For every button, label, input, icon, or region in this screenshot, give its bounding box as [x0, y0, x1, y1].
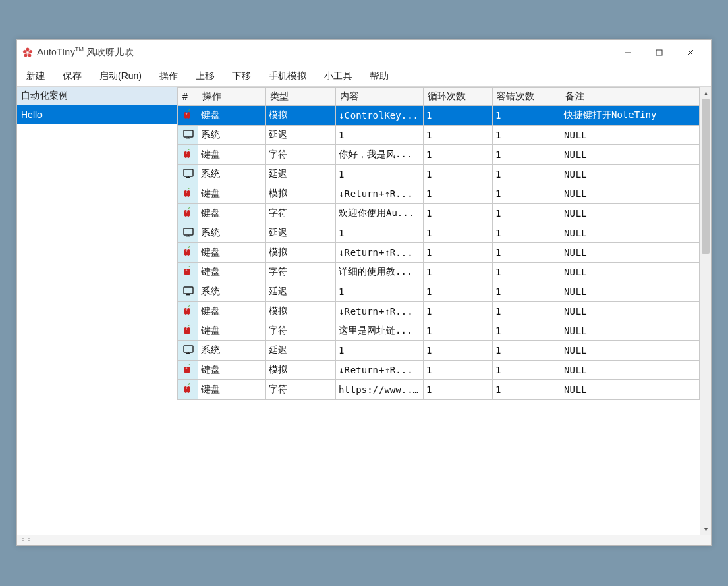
- scroll-thumb[interactable]: [702, 99, 710, 254]
- cell-type: 延迟: [266, 223, 336, 243]
- table-header-0[interactable]: #: [178, 88, 198, 106]
- table-row[interactable]: 系统延迟111NULL: [178, 341, 700, 361]
- table-row[interactable]: 键盘模拟↓Return+↑R...11NULL: [178, 302, 700, 321]
- cell-op: 键盘: [198, 184, 266, 204]
- cell-note: NULL: [561, 223, 700, 243]
- svg-rect-26: [186, 294, 190, 295]
- minimize-button[interactable]: [613, 43, 644, 63]
- menu-item-0[interactable]: 新建: [24, 68, 48, 85]
- svg-rect-30: [184, 346, 193, 352]
- table-header-5[interactable]: 容错次数: [493, 88, 561, 106]
- cell-tol: 1: [493, 106, 561, 126]
- menu-item-1[interactable]: 保存: [60, 68, 84, 85]
- cell-tol: 1: [493, 263, 561, 282]
- scroll-up-arrow[interactable]: ▴: [700, 87, 711, 99]
- cell-note: NULL: [561, 184, 700, 204]
- cell-note: NULL: [561, 243, 700, 263]
- table-row[interactable]: 键盘模拟↓ControlKey...11快捷键打开NoteTiny: [178, 106, 700, 126]
- cell-type: 字符: [266, 380, 336, 400]
- apple-icon: [178, 106, 198, 126]
- table-row[interactable]: 键盘字符欢迎你使用Au...11NULL: [178, 204, 700, 223]
- cell-type: 模拟: [266, 243, 336, 263]
- menu-item-4[interactable]: 上移: [193, 68, 217, 85]
- cell-loop: 1: [424, 106, 493, 126]
- cell-loop: 1: [424, 126, 493, 145]
- cell-loop: 1: [424, 145, 493, 165]
- cell-tol: 1: [493, 223, 561, 243]
- table-row[interactable]: 键盘字符你好，我是风...11NULL: [178, 145, 700, 165]
- window-title: AutoTInyTM 风吹呀儿吹: [37, 46, 134, 59]
- table-row[interactable]: 系统延迟111NULL: [178, 223, 700, 243]
- cell-note: NULL: [561, 341, 700, 361]
- table-header-4[interactable]: 循环次数: [424, 88, 493, 106]
- svg-point-3: [24, 53, 27, 56]
- menu-item-2[interactable]: 启动(Run): [96, 68, 144, 85]
- cell-content: ↓Return+↑R...: [336, 243, 424, 263]
- maximize-button[interactable]: [644, 43, 675, 63]
- cell-loop: 1: [424, 321, 493, 341]
- table-row[interactable]: 键盘字符详细的使用教...11NULL: [178, 263, 700, 282]
- cell-note: NULL: [561, 361, 700, 380]
- menu-item-7[interactable]: 小工具: [321, 68, 355, 85]
- table-header-2[interactable]: 类型: [266, 88, 336, 106]
- cell-op: 键盘: [198, 380, 266, 400]
- table-row[interactable]: 键盘字符https://www....11NULL: [178, 380, 700, 400]
- cell-tol: 1: [493, 341, 561, 361]
- scroll-down-arrow[interactable]: ▾: [700, 523, 711, 535]
- cell-op: 系统: [198, 223, 266, 243]
- sidebar: 自动化案例 Hello: [17, 87, 177, 535]
- svg-rect-15: [184, 169, 193, 176]
- system-icon: [178, 126, 198, 145]
- cell-content: 1: [336, 126, 424, 145]
- menu-item-3[interactable]: 操作: [157, 68, 181, 85]
- svg-rect-20: [184, 228, 193, 235]
- table-header-1[interactable]: 操作: [198, 88, 266, 106]
- cell-op: 键盘: [198, 243, 266, 263]
- cell-content: 1: [336, 223, 424, 243]
- table-wrap[interactable]: #操作类型内容循环次数容错次数备注 键盘模拟↓ControlKey...11快捷…: [177, 87, 700, 535]
- cell-tol: 1: [493, 184, 561, 204]
- table-row[interactable]: 键盘字符这里是网址链...11NULL: [178, 321, 700, 341]
- table-row[interactable]: 系统延迟111NULL: [178, 165, 700, 184]
- cell-content: 欢迎你使用Au...: [336, 204, 424, 223]
- table-row[interactable]: 系统延迟111NULL: [178, 282, 700, 302]
- menu-item-5[interactable]: 下移: [229, 68, 254, 85]
- cell-note: 快捷键打开NoteTiny: [561, 106, 700, 126]
- menu-item-6[interactable]: 手机模拟: [266, 68, 309, 85]
- vertical-scrollbar[interactable]: ▴ ▾: [700, 87, 711, 535]
- cell-op: 系统: [198, 165, 266, 184]
- sidebar-header: 自动化案例: [17, 87, 177, 105]
- cell-note: NULL: [561, 380, 700, 400]
- cell-content: 1: [336, 282, 424, 302]
- close-button[interactable]: [675, 43, 706, 63]
- cell-type: 模拟: [266, 106, 336, 126]
- cell-tol: 1: [493, 302, 561, 321]
- apple-icon: [178, 263, 198, 282]
- cell-type: 模拟: [266, 302, 336, 321]
- case-item-0[interactable]: Hello: [17, 105, 177, 124]
- svg-point-28: [185, 308, 186, 310]
- table-row[interactable]: 键盘模拟↓Return+↑R...11NULL: [178, 243, 700, 263]
- cell-type: 字符: [266, 204, 336, 223]
- table-header-6[interactable]: 备注: [561, 88, 700, 106]
- app-icon: [22, 47, 33, 58]
- cell-tol: 1: [493, 165, 561, 184]
- cell-note: NULL: [561, 302, 700, 321]
- svg-rect-12: [186, 138, 190, 138]
- menu-item-8[interactable]: 帮助: [367, 68, 391, 85]
- cell-tol: 1: [493, 282, 561, 302]
- apple-icon: [178, 243, 198, 263]
- cell-loop: 1: [424, 282, 493, 302]
- table-header-3[interactable]: 内容: [336, 88, 424, 106]
- system-icon: [178, 165, 198, 184]
- apple-icon: [178, 184, 198, 204]
- cell-loop: 1: [424, 263, 493, 282]
- titlebar[interactable]: AutoTInyTM 风吹呀儿吹: [17, 40, 711, 65]
- table-header-row: #操作类型内容循环次数容错次数备注: [178, 88, 700, 106]
- cell-content: ↓Return+↑R...: [336, 184, 424, 204]
- table-row[interactable]: 键盘模拟↓Return+↑R...11NULL: [178, 361, 700, 380]
- table-row[interactable]: 键盘模拟↓Return+↑R...11NULL: [178, 184, 700, 204]
- svg-point-14: [185, 151, 186, 153]
- table-row[interactable]: 系统延迟111NULL: [178, 126, 700, 145]
- cell-tol: 1: [493, 321, 561, 341]
